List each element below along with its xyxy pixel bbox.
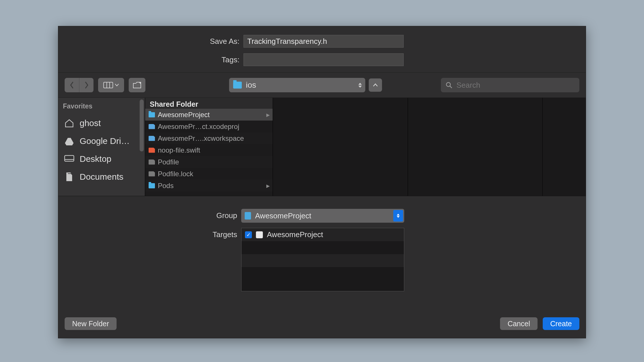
location-select[interactable]: ios [229, 78, 365, 92]
targets-label: Targets [58, 228, 237, 239]
svg-rect-7 [65, 155, 74, 161]
up-down-icon [358, 83, 362, 88]
targets-list: ✓ AwesomeProject [241, 228, 404, 291]
empty-column [542, 98, 586, 196]
sidebar-item-label: Documents [80, 172, 123, 182]
folder-icon [233, 82, 242, 89]
nav-back-forward [65, 78, 93, 92]
target-row [242, 241, 404, 254]
file-icon [149, 171, 155, 177]
location-picker: ios [229, 78, 382, 92]
file-name: Podfile [158, 158, 179, 166]
group-row: Group AwesomeProject [58, 209, 586, 223]
file-row[interactable]: AwesomeProject ▸ [145, 109, 273, 121]
file-name: AwesomePr….xcworkspace [158, 134, 244, 142]
tags-input[interactable] [244, 53, 404, 66]
file-name: Podfile.lock [158, 170, 193, 178]
home-icon [64, 119, 74, 127]
new-folder-button[interactable]: New Folder [65, 317, 117, 330]
forward-button[interactable] [79, 78, 93, 92]
toolbar: ios [58, 73, 586, 98]
svg-line-6 [450, 86, 452, 88]
cancel-button[interactable]: Cancel [500, 317, 538, 330]
sidebar-item-label: ghost [80, 118, 101, 128]
column-header: Shared Folder [145, 98, 273, 109]
chevron-left-icon [70, 81, 74, 89]
target-row [242, 267, 404, 280]
file-row[interactable]: Podfile [145, 156, 273, 168]
location-label: ios [246, 80, 256, 90]
target-checkbox[interactable]: ✓ [245, 231, 252, 238]
chevron-right-icon [84, 81, 89, 89]
sidebar-item-label: Google Dri… [80, 136, 130, 146]
sidebar-item-desktop[interactable]: Desktop [62, 150, 145, 168]
empty-column [273, 98, 408, 196]
group-icon [245, 212, 251, 220]
save-as-row: Save As: [58, 35, 586, 48]
save-dialog: Save As: Tags: ios [58, 26, 586, 338]
target-row [242, 254, 404, 267]
search-input[interactable] [456, 81, 575, 90]
file-row[interactable]: AwesomePr…ct.xcodeproj [145, 121, 273, 132]
target-name: AwesomeProject [267, 230, 323, 239]
empty-column [408, 98, 543, 196]
folder-icon [149, 183, 155, 188]
search-icon [445, 82, 452, 89]
chevron-up-icon [373, 83, 378, 87]
file-row[interactable]: Pods ▸ [145, 180, 273, 192]
dialog-footer: New Folder Cancel Create [58, 311, 586, 338]
sidebar-item-google-drive[interactable]: Google Dri… [62, 132, 145, 150]
target-row[interactable]: ✓ AwesomeProject [242, 228, 404, 241]
file-row[interactable]: Podfile.lock [145, 168, 273, 180]
view-mode-button[interactable] [98, 78, 124, 92]
swift-file-icon [149, 148, 155, 153]
file-row[interactable]: noop-file.swift [145, 144, 273, 156]
group-select[interactable]: AwesomeProject [241, 209, 404, 223]
sidebar-item-documents[interactable]: Documents [62, 168, 145, 186]
targets-row: Targets ✓ AwesomeProject [58, 228, 586, 291]
empty-columns [273, 98, 586, 196]
create-button[interactable]: Create [543, 317, 579, 330]
back-button[interactable] [65, 78, 79, 92]
chevron-down-icon [115, 84, 119, 87]
files-list: AwesomeProject ▸ AwesomePr…ct.xcodeproj … [145, 98, 273, 192]
sidebar-item-ghost[interactable]: ghost [62, 114, 145, 132]
collapse-button[interactable] [369, 78, 382, 92]
search-box[interactable] [441, 78, 579, 92]
xcodeproj-icon [149, 124, 155, 129]
save-as-label: Save As: [58, 37, 239, 46]
tags-label: Tags: [58, 55, 239, 64]
group-value: AwesomeProject [255, 211, 311, 220]
group-label: Group [58, 209, 237, 220]
app-icon [256, 231, 263, 238]
columns-icon [103, 82, 113, 88]
sidebar-header: Favorites [62, 102, 145, 110]
file-name: Pods [158, 182, 174, 190]
sidebar-scrollbar[interactable] [140, 100, 144, 151]
folder-action-icon [133, 82, 141, 89]
group-targets-area: Group AwesomeProject Targets ✓ AwesomePr… [58, 196, 586, 311]
file-browser: Favorites ghost Google Dri… Desktop [58, 98, 586, 196]
tags-row: Tags: [58, 53, 586, 66]
reveal-folder-button[interactable] [129, 78, 145, 92]
file-row[interactable]: AwesomePr….xcworkspace [145, 132, 273, 144]
sidebar-item-label: Desktop [80, 154, 111, 164]
file-name: AwesomePr…ct.xcodeproj [158, 123, 239, 131]
xcworkspace-icon [149, 136, 155, 141]
folder-icon [149, 112, 155, 117]
svg-point-5 [446, 82, 450, 87]
file-name: AwesomeProject [158, 111, 210, 119]
up-down-icon [393, 210, 403, 222]
svg-rect-0 [104, 82, 113, 88]
desktop-icon [64, 155, 74, 163]
document-icon [64, 172, 74, 182]
file-column: Shared Folder AwesomeProject ▸ AwesomePr… [145, 98, 273, 196]
save-as-input[interactable] [244, 35, 404, 48]
chevron-right-icon: ▸ [266, 111, 270, 119]
chevron-right-icon: ▸ [266, 182, 270, 190]
sidebar: Favorites ghost Google Dri… Desktop [58, 98, 145, 196]
file-icon [149, 160, 155, 165]
google-drive-icon [64, 137, 74, 145]
top-fields: Save As: Tags: [58, 26, 586, 73]
file-name: noop-file.swift [158, 146, 200, 154]
